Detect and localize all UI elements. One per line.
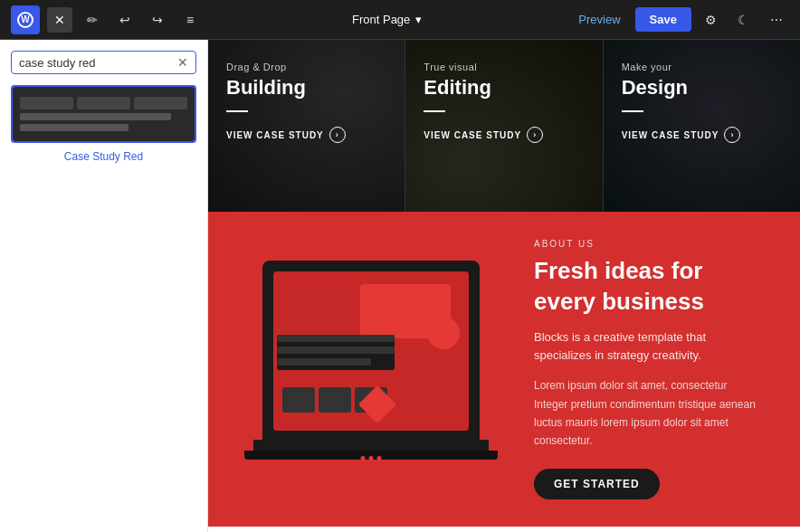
section-services: SERVICES [208,527,800,532]
card-2-link-icon: › [527,127,543,143]
page-title-area[interactable]: Front Page ▾ [352,13,422,26]
chevron-down-icon: ▾ [415,13,422,26]
laptop-mini-col-2 [319,387,351,413]
about-label: ABOUT US [534,239,764,249]
canvas-area: Drag & Drop Building VIEW CASE STUDY › T… [208,40,800,532]
card-item-2: True visual Editing VIEW CASE STUDY › [405,40,603,212]
toolbar-left: ✕ ✏ ↩ ↪ ≡ [11,5,203,34]
main-layout: ✕ Case Study Red Drag & Drop Building [0,40,800,532]
pattern-thumb-preview [13,87,195,141]
laptop-screen [262,261,480,442]
sidebar: ✕ Case Study Red [0,40,208,532]
toolbar-right: Preview Save ⚙ ☾ ⋯ [571,7,789,33]
card-3-link[interactable]: VIEW CASE STUDY › [622,127,782,143]
clear-search-button[interactable]: ✕ [177,55,188,70]
section-about: ABOUT US Fresh ideas for every business … [208,212,800,527]
thumb-row-medium [20,124,129,131]
card-3-subtitle: Make your [622,62,782,72]
close-button[interactable]: ✕ [47,7,72,33]
card-2-divider [424,110,445,112]
page-title: Front Page [352,13,410,26]
card-2-link-text: VIEW CASE STUDY [424,130,521,140]
card-1-link[interactable]: VIEW CASE STUDY › [226,127,386,143]
undo-button[interactable]: ↩ [112,7,138,33]
wp-logo[interactable] [11,5,40,34]
card-1-link-text: VIEW CASE STUDY [226,130,324,140]
preview-button[interactable]: Preview [571,9,627,30]
card-2-title: Editing [424,76,584,100]
laptop-dot-2 [369,456,374,461]
more-options-button[interactable]: ⋯ [764,7,789,33]
card-1-title: Building [226,76,386,100]
thumb-col-1 [20,97,73,109]
section-cards: Drag & Drop Building VIEW CASE STUDY › T… [208,40,800,212]
redo-button[interactable]: ↪ [145,7,170,33]
card-3-link-icon: › [724,127,740,143]
laptop-rect-circle [427,317,460,349]
card-item-3: Make your Design VIEW CASE STUDY › [604,40,800,212]
settings-button[interactable]: ⚙ [699,7,724,33]
thumb-col-3 [134,97,187,109]
card-1-divider [226,110,248,112]
card-3-content: Make your Design VIEW CASE STUDY › [622,62,782,143]
card-2-subtitle: True visual [424,62,584,72]
card-3-link-text: VIEW CASE STUDY [622,130,719,140]
about-description: Blocks is a creative template that speci… [534,328,764,366]
card-1-subtitle: Drag & Drop [226,62,386,72]
pattern-label[interactable]: Case Study Red [11,150,196,163]
thumb-cols-row [20,97,187,109]
thumb-col-2 [77,97,130,109]
card-3-divider [622,110,643,112]
laptop-illustration [244,252,498,487]
card-2-link[interactable]: VIEW CASE STUDY › [424,127,584,143]
about-lorem: Lorem ipsum dolor sit amet, consectetur … [534,376,764,451]
card-1-link-icon: › [329,127,346,143]
laptop-dark-block [277,335,395,370]
details-button[interactable]: ≡ [177,7,203,33]
card-2-content: True visual Editing VIEW CASE STUDY › [424,62,584,143]
card-item-1: Drag & Drop Building VIEW CASE STUDY › [208,40,405,212]
top-bar: ✕ ✏ ↩ ↪ ≡ Front Page ▾ Preview Save ⚙ ☾ … [0,0,800,40]
laptop-dot-3 [377,456,382,461]
pattern-thumbnail[interactable] [11,85,196,143]
laptop-line-1 [277,335,395,342]
search-input[interactable] [19,56,177,70]
about-text: ABOUT US Fresh ideas for every business … [534,239,764,499]
laptop-screen-content [273,271,469,431]
laptop-dots [361,456,382,461]
thumb-row-wide [20,113,171,120]
card-1-content: Drag & Drop Building VIEW CASE STUDY › [226,62,386,143]
about-title: Fresh ideas for every business [534,256,764,318]
laptop-line-2 [277,347,395,354]
get-started-button[interactable]: GET STARTED [534,469,660,499]
laptop-dot-1 [361,456,366,461]
dark-mode-button[interactable]: ☾ [731,7,757,33]
laptop-line-3 [277,358,371,366]
wp-logo-icon [17,12,33,28]
save-button[interactable]: Save [635,7,691,32]
card-3-title: Design [622,76,782,100]
tools-icon-button[interactable]: ✏ [80,7,105,33]
laptop-mini-col-1 [282,387,315,413]
search-bar: ✕ [11,51,196,74]
